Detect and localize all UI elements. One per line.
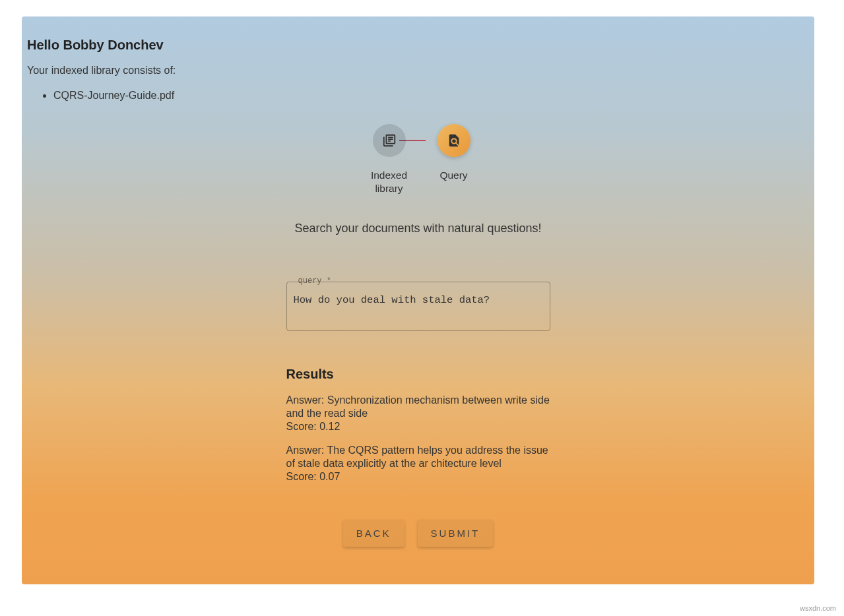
search-prompt-text: Search your documents with natural quest… [27,222,809,235]
back-button[interactable]: Back [343,520,405,547]
results-heading: Results [286,367,550,382]
step-circle-indexed [373,124,406,157]
step-circle-query [438,124,471,157]
query-input[interactable] [286,282,550,331]
watermark: wsxdn.com [800,604,836,612]
search-document-icon [447,133,461,148]
library-item: CQRS-Journey-Guide.pdf [53,87,809,104]
step-label-indexed: Indexed library [366,169,412,195]
query-label: query * [297,276,333,286]
result-answer-text: Answer: Synchronization mechanism betwee… [286,394,550,420]
results-section: Results Answer: Synchronization mechanis… [286,367,550,483]
greeting-heading: Hello Bobby Donchev [27,38,809,53]
stepper: Indexed library Query [27,124,809,195]
step-label-query: Query [439,169,467,182]
query-container: query * [286,282,550,334]
result-score-text: Score: 0.12 [286,420,550,433]
step-indexed-library[interactable]: Indexed library [366,124,412,195]
submit-button[interactable]: Submit [418,520,494,547]
result-score-text: Score: 0.07 [286,470,550,483]
button-row: Back Submit [27,520,809,547]
library-intro-text: Your indexed library consists of: [27,65,809,77]
step-query[interactable]: Query [438,124,471,182]
result-answer-text: Answer: The CQRS pattern helps you addre… [286,444,550,470]
result-item: Answer: The CQRS pattern helps you addre… [286,444,550,483]
library-icon [382,133,397,148]
result-item: Answer: Synchronization mechanism betwee… [286,394,550,433]
main-card: Hello Bobby Donchev Your indexed library… [22,16,814,584]
library-list: CQRS-Journey-Guide.pdf [27,87,809,104]
